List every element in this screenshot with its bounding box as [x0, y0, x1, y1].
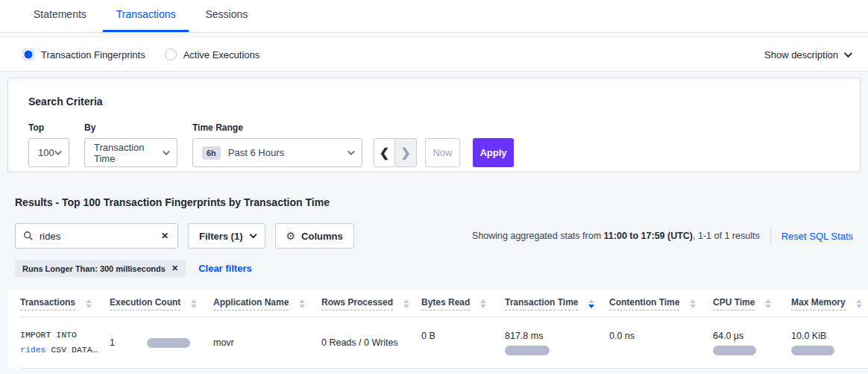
sort-icon[interactable] [856, 299, 862, 308]
radio-label: Active Executions [183, 49, 260, 60]
radio-unselected-icon[interactable] [165, 49, 177, 60]
sort-icon[interactable] [690, 299, 696, 308]
col-max-memory: Max Memory [791, 290, 868, 317]
search-criteria-title: Search Criteria [28, 96, 845, 107]
results-controls: ✕ Filters (1) ⚙ Columns Showing aggregat… [15, 223, 853, 249]
view-toggle-row: Transaction Fingerprints Active Executio… [0, 38, 868, 72]
search-input[interactable] [40, 231, 160, 242]
chevron-down-icon [249, 231, 257, 238]
cell-contention-time: 0.0 ns [609, 317, 713, 369]
results-heading: Results - Top 100 Transaction Fingerprin… [15, 196, 868, 208]
active-filters-row: Runs Longer Than: 300 milliseconds ✕ Cle… [15, 260, 868, 277]
remove-filter-icon[interactable]: ✕ [172, 264, 178, 273]
results-search-box[interactable]: ✕ [15, 223, 178, 249]
transaction-time-bar [505, 346, 550, 355]
col-transaction-time: Transaction Time [505, 290, 609, 317]
cell-transaction-time: 817.8 ms [505, 317, 609, 369]
radio-selected-icon[interactable] [22, 49, 34, 60]
columns-label: Columns [301, 231, 343, 242]
clear-filters-link[interactable]: Clear filters [198, 263, 252, 274]
radio-label: Transaction Fingerprints [41, 49, 145, 60]
table-header-row: Transactions Execution Count Application… [20, 290, 868, 317]
col-rows-processed: Rows Processed [321, 290, 421, 317]
tab-transactions[interactable]: Transactions [103, 8, 189, 32]
max-memory-bar [791, 346, 834, 355]
col-contention-time: Contention Time [609, 290, 713, 317]
sort-icon[interactable] [86, 299, 92, 308]
gear-icon: ⚙ [286, 230, 296, 242]
sort-icon[interactable] [299, 299, 305, 308]
table-row: IMPORT INTO rides CSV DATA… 1 movr 0 Rea… [20, 317, 868, 369]
time-range-select[interactable]: 6h Past 6 Hours [192, 138, 362, 167]
radio-transaction-fingerprints[interactable]: Transaction Fingerprints [22, 49, 145, 60]
sort-icon[interactable] [403, 299, 409, 308]
search-criteria-card: Search Criteria Top 100 By Transaction T… [7, 78, 861, 172]
sort-icon[interactable] [480, 299, 486, 308]
cell-transaction: IMPORT INTO rides CSV DATA… [20, 317, 110, 369]
time-range-value: Past 6 Hours [228, 147, 284, 158]
cell-cpu-time: 64.0 µs [713, 317, 791, 369]
top-value: 100 [38, 147, 54, 158]
previous-time-button[interactable]: ❮ [374, 138, 395, 167]
top-select[interactable]: 100 [28, 138, 69, 167]
results-table-card: Transactions Execution Count Application… [7, 290, 868, 369]
tab-statements[interactable]: Statements [20, 8, 100, 32]
clear-search-icon[interactable]: ✕ [160, 231, 170, 241]
by-label: By [84, 122, 177, 133]
radio-active-executions[interactable]: Active Executions [165, 49, 260, 60]
execution-count-bar [147, 338, 190, 348]
col-transactions: Transactions [20, 290, 110, 317]
reset-sql-stats-link[interactable]: Reset SQL Stats [781, 231, 853, 242]
time-range-label: Time Range [192, 122, 362, 133]
stats-area: Showing aggregated stats from 11:00 to 1… [472, 226, 853, 246]
next-time-button[interactable]: ❯ [395, 138, 417, 167]
sort-icon[interactable] [765, 299, 771, 308]
filter-chip-label: Runs Longer Than: 300 milliseconds [22, 264, 166, 273]
cell-rows-processed: 0 Reads / 0 Writes [321, 317, 421, 369]
col-application-name: Application Name [213, 290, 321, 317]
show-description-toggle[interactable]: Show description [764, 49, 850, 60]
cell-application-name: movr [213, 317, 321, 369]
results-table: Transactions Execution Count Application… [20, 290, 868, 369]
time-range-badge: 6h [202, 146, 221, 160]
sort-icon[interactable] [191, 299, 197, 308]
filter-chip[interactable]: Runs Longer Than: 300 milliseconds ✕ [15, 260, 186, 277]
show-description-label: Show description [764, 49, 838, 60]
now-button[interactable]: Now [425, 138, 460, 167]
tab-sessions[interactable]: Sessions [192, 8, 261, 32]
top-field: Top 100 [28, 122, 69, 167]
cell-bytes-read: 0 B [421, 317, 505, 369]
apply-button[interactable]: Apply [473, 138, 514, 167]
cell-max-memory: 10.0 KiB [791, 317, 868, 369]
transaction-link[interactable]: rides [20, 345, 46, 355]
col-cpu-time: CPU Time [713, 290, 791, 317]
chevron-down-icon [347, 148, 355, 155]
by-field: By Transaction Time [84, 122, 177, 167]
search-icon [23, 231, 34, 241]
col-bytes-read: Bytes Read [421, 290, 505, 317]
page-tabs: Statements Transactions Sessions [0, 0, 868, 33]
chevron-down-icon [54, 148, 62, 155]
divider [770, 226, 771, 246]
search-criteria-form: Top 100 By Transaction Time Time Range 6… [28, 122, 845, 167]
columns-button[interactable]: ⚙ Columns [275, 223, 354, 249]
by-select[interactable]: Transaction Time [84, 138, 177, 167]
by-value: Transaction Time [94, 142, 163, 164]
sort-icon-descending[interactable] [588, 299, 594, 308]
col-execution-count: Execution Count [110, 290, 213, 317]
cell-execution-count: 1 [110, 317, 213, 369]
chevron-down-icon [844, 49, 852, 57]
time-range-field: Time Range 6h Past 6 Hours [192, 122, 362, 167]
time-nav-arrows: ❮ ❯ [374, 138, 417, 167]
chevron-down-icon [163, 148, 170, 155]
cpu-time-bar [713, 346, 756, 355]
filters-label: Filters (1) [199, 231, 243, 242]
aggregated-stats-text: Showing aggregated stats from 11:00 to 1… [472, 231, 760, 241]
top-label: Top [28, 122, 69, 133]
filters-button[interactable]: Filters (1) [188, 223, 265, 249]
